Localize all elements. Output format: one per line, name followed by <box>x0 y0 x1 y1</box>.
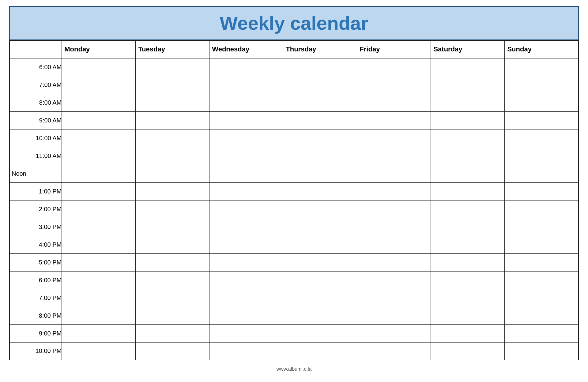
event-cell[interactable] <box>283 165 357 182</box>
event-cell[interactable] <box>357 58 431 76</box>
event-cell[interactable] <box>209 200 283 218</box>
event-cell[interactable] <box>431 182 505 200</box>
event-cell[interactable] <box>357 182 431 200</box>
event-cell[interactable] <box>431 289 505 307</box>
event-cell[interactable] <box>283 58 357 76</box>
event-cell[interactable] <box>62 147 136 165</box>
event-cell[interactable] <box>431 218 505 236</box>
event-cell[interactable] <box>505 324 579 342</box>
event-cell[interactable] <box>505 342 579 360</box>
event-cell[interactable] <box>431 147 505 165</box>
event-cell[interactable] <box>505 111 579 129</box>
event-cell[interactable] <box>357 253 431 271</box>
event-cell[interactable] <box>283 253 357 271</box>
event-cell[interactable] <box>62 218 136 236</box>
event-cell[interactable] <box>357 76 431 94</box>
event-cell[interactable] <box>209 76 283 94</box>
event-cell[interactable] <box>136 236 209 253</box>
event-cell[interactable] <box>209 58 283 76</box>
event-cell[interactable] <box>209 271 283 289</box>
event-cell[interactable] <box>62 324 136 342</box>
event-cell[interactable] <box>505 200 579 218</box>
event-cell[interactable] <box>209 218 283 236</box>
event-cell[interactable] <box>283 342 357 360</box>
event-cell[interactable] <box>136 147 209 165</box>
event-cell[interactable] <box>357 94 431 111</box>
event-cell[interactable] <box>136 111 209 129</box>
event-cell[interactable] <box>357 218 431 236</box>
event-cell[interactable] <box>357 165 431 182</box>
event-cell[interactable] <box>62 58 136 76</box>
event-cell[interactable] <box>62 253 136 271</box>
event-cell[interactable] <box>283 307 357 324</box>
event-cell[interactable] <box>283 182 357 200</box>
event-cell[interactable] <box>357 129 431 147</box>
event-cell[interactable] <box>209 147 283 165</box>
event-cell[interactable] <box>62 76 136 94</box>
event-cell[interactable] <box>431 236 505 253</box>
event-cell[interactable] <box>431 165 505 182</box>
event-cell[interactable] <box>209 182 283 200</box>
event-cell[interactable] <box>505 58 579 76</box>
event-cell[interactable] <box>136 307 209 324</box>
event-cell[interactable] <box>62 289 136 307</box>
event-cell[interactable] <box>209 94 283 111</box>
event-cell[interactable] <box>505 147 579 165</box>
event-cell[interactable] <box>136 324 209 342</box>
event-cell[interactable] <box>209 289 283 307</box>
event-cell[interactable] <box>136 182 209 200</box>
event-cell[interactable] <box>505 218 579 236</box>
event-cell[interactable] <box>209 129 283 147</box>
event-cell[interactable] <box>62 165 136 182</box>
event-cell[interactable] <box>136 218 209 236</box>
event-cell[interactable] <box>505 182 579 200</box>
event-cell[interactable] <box>505 307 579 324</box>
event-cell[interactable] <box>283 76 357 94</box>
event-cell[interactable] <box>209 307 283 324</box>
event-cell[interactable] <box>136 253 209 271</box>
event-cell[interactable] <box>209 253 283 271</box>
event-cell[interactable] <box>136 76 209 94</box>
event-cell[interactable] <box>136 94 209 111</box>
event-cell[interactable] <box>209 236 283 253</box>
event-cell[interactable] <box>283 111 357 129</box>
event-cell[interactable] <box>62 182 136 200</box>
event-cell[interactable] <box>136 289 209 307</box>
event-cell[interactable] <box>431 111 505 129</box>
event-cell[interactable] <box>62 94 136 111</box>
event-cell[interactable] <box>62 129 136 147</box>
event-cell[interactable] <box>431 342 505 360</box>
event-cell[interactable] <box>431 200 505 218</box>
event-cell[interactable] <box>357 324 431 342</box>
event-cell[interactable] <box>357 111 431 129</box>
event-cell[interactable] <box>283 324 357 342</box>
event-cell[interactable] <box>209 111 283 129</box>
event-cell[interactable] <box>357 200 431 218</box>
event-cell[interactable] <box>505 76 579 94</box>
event-cell[interactable] <box>505 236 579 253</box>
event-cell[interactable] <box>283 200 357 218</box>
event-cell[interactable] <box>62 200 136 218</box>
event-cell[interactable] <box>505 289 579 307</box>
event-cell[interactable] <box>505 165 579 182</box>
event-cell[interactable] <box>505 94 579 111</box>
event-cell[interactable] <box>283 271 357 289</box>
event-cell[interactable] <box>431 76 505 94</box>
event-cell[interactable] <box>431 94 505 111</box>
event-cell[interactable] <box>136 342 209 360</box>
event-cell[interactable] <box>357 307 431 324</box>
event-cell[interactable] <box>62 236 136 253</box>
event-cell[interactable] <box>431 307 505 324</box>
event-cell[interactable] <box>505 129 579 147</box>
event-cell[interactable] <box>62 307 136 324</box>
event-cell[interactable] <box>357 147 431 165</box>
event-cell[interactable] <box>136 200 209 218</box>
event-cell[interactable] <box>283 289 357 307</box>
event-cell[interactable] <box>431 324 505 342</box>
event-cell[interactable] <box>62 271 136 289</box>
event-cell[interactable] <box>136 58 209 76</box>
event-cell[interactable] <box>505 271 579 289</box>
event-cell[interactable] <box>209 324 283 342</box>
event-cell[interactable] <box>283 129 357 147</box>
event-cell[interactable] <box>431 129 505 147</box>
